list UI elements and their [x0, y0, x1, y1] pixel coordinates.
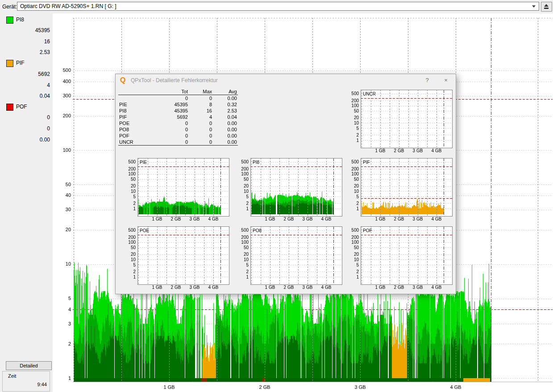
- legend-sidebar: PI8 45395 16 2.53 PIF 5692 4 0.04 POF 0 …: [0, 13, 53, 392]
- pif-max-value: 4: [47, 82, 50, 88]
- summary-row-label: PIF: [118, 114, 139, 120]
- detail-chart-po8-canvas: [235, 224, 345, 291]
- pif-legend-label: PIF: [16, 60, 25, 66]
- pif-avg-value: 0.04: [40, 93, 50, 99]
- summary-cell: 0: [139, 139, 189, 146]
- detail-chart-pie-canvas: [122, 155, 232, 222]
- eject-button[interactable]: [541, 2, 552, 12]
- summary-cell: 0.00: [213, 95, 238, 102]
- summary-col-header: Avg: [213, 88, 238, 95]
- summary-col-header: [118, 88, 139, 95]
- summary-cell: 0.00: [213, 133, 238, 139]
- summary-cell: 0.32: [213, 101, 238, 108]
- device-label: Gerät:: [2, 4, 17, 10]
- summary-row-label: POF: [118, 133, 139, 139]
- error-summary-table: TotMaxAvg000.00PIE4539580.32PI845395162.…: [118, 88, 238, 146]
- pof-max-value: 0: [47, 125, 50, 132]
- summary-row: PO8000.00: [118, 126, 238, 133]
- detail-chart-pi8-canvas: [235, 155, 345, 222]
- detailed-error-dialog: Q QPxTool - Detailierte Fehlerkorrektur …: [115, 74, 456, 294]
- device-select-value: Optiarc DVD RW AD-5290S+ 1.RN [ G: ]: [20, 3, 116, 9]
- summary-cell: 0.04: [213, 114, 238, 120]
- pof-legend-label: POF: [16, 104, 27, 110]
- detail-chart-pif-canvas: [345, 155, 455, 222]
- summary-row: POE000.00: [118, 120, 238, 126]
- chevron-down-icon: [532, 5, 536, 8]
- summary-cell: 0: [189, 120, 213, 126]
- eject-icon-bar: [544, 8, 549, 9]
- summary-row-label: PO8: [118, 126, 139, 133]
- summary-cell: 0: [189, 126, 213, 133]
- summary-row-label: PI8: [118, 108, 139, 114]
- detail-chart-uncr-canvas: [345, 87, 455, 154]
- summary-cell: 0: [189, 95, 213, 102]
- summary-row: POF000.00: [118, 133, 238, 139]
- detail-chart-poe-canvas: [122, 224, 232, 291]
- summary-cell: 0: [189, 133, 213, 139]
- summary-cell: 8: [189, 101, 213, 108]
- summary-cell: 0.00: [213, 120, 238, 126]
- summary-cell: 0: [139, 120, 189, 126]
- summary-row: 000.00: [118, 95, 238, 102]
- summary-cell: 0: [139, 95, 189, 102]
- pi8-avg-value: 2.53: [40, 49, 50, 55]
- dialog-titlebar[interactable]: Q QPxTool - Detailierte Fehlerkorrektur …: [116, 74, 456, 87]
- qpxtool-window: Gerät: Optiarc DVD RW AD-5290S+ 1.RN [ G…: [0, 0, 553, 392]
- summary-cell: 4: [189, 114, 213, 120]
- summary-row: UNCR000.00: [118, 139, 238, 146]
- summary-cell: 45395: [139, 108, 189, 114]
- summary-cell: 0.00: [213, 139, 238, 146]
- eject-icon: [544, 4, 549, 7]
- pi8-legend-label: PI8: [16, 17, 24, 23]
- dialog-close-button[interactable]: ×: [441, 75, 451, 85]
- dialog-title: QPxTool - Detailierte Fehlerkorrektur: [131, 74, 218, 87]
- pif-total-value: 5692: [38, 71, 50, 77]
- time-value: 9:44: [37, 382, 47, 387]
- detail-chart-pof-canvas: [345, 224, 455, 291]
- summary-row-label: [118, 95, 139, 102]
- device-toolbar: Gerät: Optiarc DVD RW AD-5290S+ 1.RN [ G…: [0, 0, 553, 13]
- time-panel: Zeit 9:44: [2, 371, 50, 392]
- detailed-button[interactable]: Detailed: [6, 361, 52, 370]
- summary-row-label: UNCR: [118, 139, 139, 146]
- summary-row: PIF569240.04: [118, 114, 238, 120]
- summary-row: PI845395162.53: [118, 108, 238, 114]
- pi8-legend-swatch: [6, 17, 13, 24]
- summary-row-label: PIE: [118, 101, 139, 108]
- summary-cell: 0: [139, 133, 189, 139]
- summary-col-header: Max: [189, 88, 213, 95]
- device-select[interactable]: Optiarc DVD RW AD-5290S+ 1.RN [ G: ]: [17, 2, 539, 11]
- summary-cell: 0: [189, 139, 213, 146]
- summary-cell: 0.00: [213, 126, 238, 133]
- time-label: Zeit: [8, 373, 16, 379]
- summary-row: PIE4539580.32: [118, 101, 238, 108]
- summary-col-header: Tot: [139, 88, 189, 95]
- qpxtool-logo-icon: Q: [120, 76, 127, 84]
- pof-total-value: 0: [47, 114, 50, 121]
- pof-avg-value: 0.00: [40, 137, 50, 143]
- summary-cell: 45395: [139, 101, 189, 108]
- pi8-total-value: 45395: [35, 27, 50, 33]
- pif-legend-swatch: [6, 60, 13, 67]
- summary-cell: 16: [189, 108, 213, 114]
- pof-legend-swatch: [6, 104, 13, 111]
- summary-row-label: POE: [118, 120, 139, 126]
- summary-cell: 2.53: [213, 108, 238, 114]
- pi8-max-value: 16: [44, 38, 50, 45]
- dialog-help-button[interactable]: ?: [422, 75, 432, 85]
- summary-cell: 0: [139, 126, 189, 133]
- summary-cell: 5692: [139, 114, 189, 120]
